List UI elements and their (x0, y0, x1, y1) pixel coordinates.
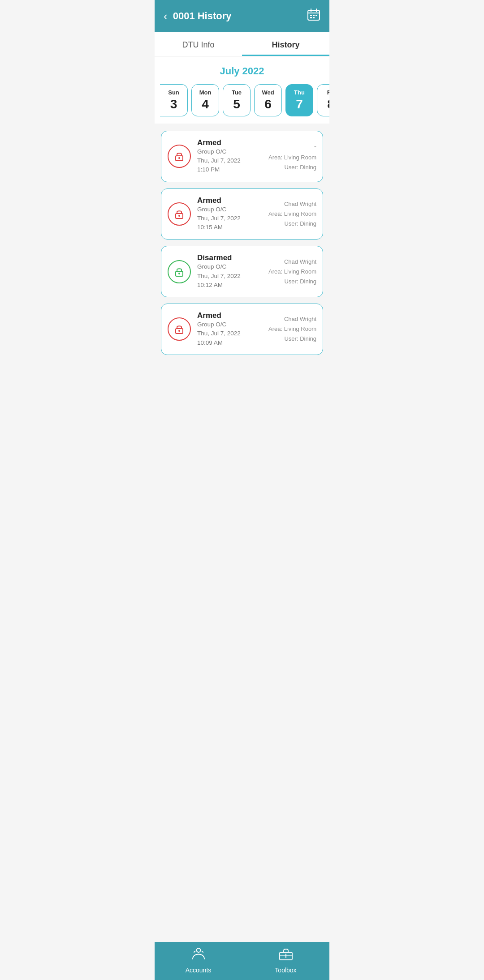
day-cell-fri8[interactable]: Fri 8 (317, 84, 329, 116)
event-username-1: - (267, 140, 316, 152)
event-date-2: Thu, Jul 7, 2022 (197, 214, 261, 223)
event-status-4: Armed (197, 311, 261, 320)
day-cell-sun3[interactable]: Sun 3 (160, 84, 188, 116)
event-time-1: 1:10 PM (197, 165, 261, 174)
svg-point-10 (178, 157, 180, 159)
event-card-3[interactable]: Disarmed Group O/C Thu, Jul 7, 2022 10:1… (161, 246, 323, 297)
event-card-2[interactable]: Armed Group O/C Thu, Jul 7, 2022 10:15 A… (161, 188, 323, 240)
svg-rect-5 (313, 15, 315, 16)
event-group-3: Group O/C (197, 262, 261, 271)
day-cell-thu7[interactable]: Thu 7 (285, 84, 313, 116)
svg-rect-7 (310, 17, 312, 18)
event-user-label-4: User: Dining (267, 334, 316, 344)
day-picker: Sun 3 Mon 4 Tue 5 Wed 6 Thu 7 Fri 8 (155, 84, 329, 124)
month-label: July 2022 (155, 56, 329, 84)
bottom-nav: Accounts Toolbox (155, 942, 329, 980)
lock-armed-icon-1 (168, 145, 191, 168)
lock-armed-icon-2 (168, 202, 191, 226)
nav-accounts[interactable]: Accounts (155, 946, 242, 974)
event-group-1: Group O/C (197, 147, 261, 156)
event-username-4: Chad Wright (267, 314, 316, 324)
event-info-3: Disarmed Group O/C Thu, Jul 7, 2022 10:1… (197, 253, 261, 290)
tab-bar: DTU Info History (155, 32, 329, 56)
event-area-4: Area: Living Room (267, 324, 316, 334)
event-meta-1: - Area: Living Room User: Dining (267, 140, 316, 172)
svg-point-16 (178, 330, 180, 332)
calendar-icon[interactable] (307, 8, 320, 25)
event-time-4: 10:09 AM (197, 338, 261, 347)
event-status-1: Armed (197, 138, 261, 147)
event-info-1: Armed Group O/C Thu, Jul 7, 2022 1:10 PM (197, 138, 261, 175)
header-left: ‹ 0001 History (164, 9, 232, 23)
event-status-2: Armed (197, 196, 261, 205)
events-list: Armed Group O/C Thu, Jul 7, 2022 1:10 PM… (155, 124, 329, 942)
event-time-2: 10:15 AM (197, 223, 261, 232)
event-area-2: Area: Living Room (267, 209, 316, 219)
event-info-2: Armed Group O/C Thu, Jul 7, 2022 10:15 A… (197, 196, 261, 232)
svg-rect-8 (313, 17, 315, 18)
event-username-2: Chad Wright (267, 199, 316, 209)
lock-disarmed-icon-3 (168, 260, 191, 283)
app-header: ‹ 0001 History (155, 0, 329, 32)
event-group-2: Group O/C (197, 205, 261, 214)
toolbox-label: Toolbox (275, 967, 296, 974)
event-meta-4: Chad Wright Area: Living Room User: Dini… (267, 314, 316, 344)
event-user-label-3: User: Dining (267, 277, 316, 287)
event-date-4: Thu, Jul 7, 2022 (197, 329, 261, 338)
day-cell-tue5[interactable]: Tue 5 (223, 84, 251, 116)
svg-rect-4 (310, 15, 312, 16)
event-card-1[interactable]: Armed Group O/C Thu, Jul 7, 2022 1:10 PM… (161, 131, 323, 182)
svg-point-12 (178, 215, 180, 217)
svg-rect-6 (315, 15, 317, 16)
event-info-4: Armed Group O/C Thu, Jul 7, 2022 10:09 A… (197, 311, 261, 347)
lock-armed-icon-4 (168, 317, 191, 341)
event-user-label-2: User: Dining (267, 219, 316, 229)
day-cell-mon4[interactable]: Mon 4 (191, 84, 219, 116)
back-button[interactable]: ‹ (164, 9, 168, 23)
nav-toolbox[interactable]: Toolbox (242, 946, 329, 974)
tab-dtu-info[interactable]: DTU Info (155, 32, 242, 56)
event-date-3: Thu, Jul 7, 2022 (197, 272, 261, 281)
event-card-4[interactable]: Armed Group O/C Thu, Jul 7, 2022 10:09 A… (161, 304, 323, 355)
event-status-3: Disarmed (197, 253, 261, 262)
accounts-label: Accounts (186, 967, 212, 974)
event-meta-3: Chad Wright Area: Living Room User: Dini… (267, 257, 316, 287)
event-username-3: Chad Wright (267, 257, 316, 267)
event-date-1: Thu, Jul 7, 2022 (197, 156, 261, 165)
day-cell-wed6[interactable]: Wed 6 (254, 84, 282, 116)
header-title: 0001 History (173, 10, 232, 22)
accounts-icon (191, 946, 206, 964)
svg-point-14 (178, 273, 180, 274)
tab-history[interactable]: History (242, 32, 329, 56)
event-group-4: Group O/C (197, 320, 261, 329)
event-area-3: Area: Living Room (267, 267, 316, 277)
toolbox-icon (278, 946, 294, 964)
event-user-label-1: User: Dining (267, 163, 316, 172)
event-meta-2: Chad Wright Area: Living Room User: Dini… (267, 199, 316, 229)
event-area-1: Area: Living Room (267, 153, 316, 163)
event-time-3: 10:12 AM (197, 281, 261, 290)
